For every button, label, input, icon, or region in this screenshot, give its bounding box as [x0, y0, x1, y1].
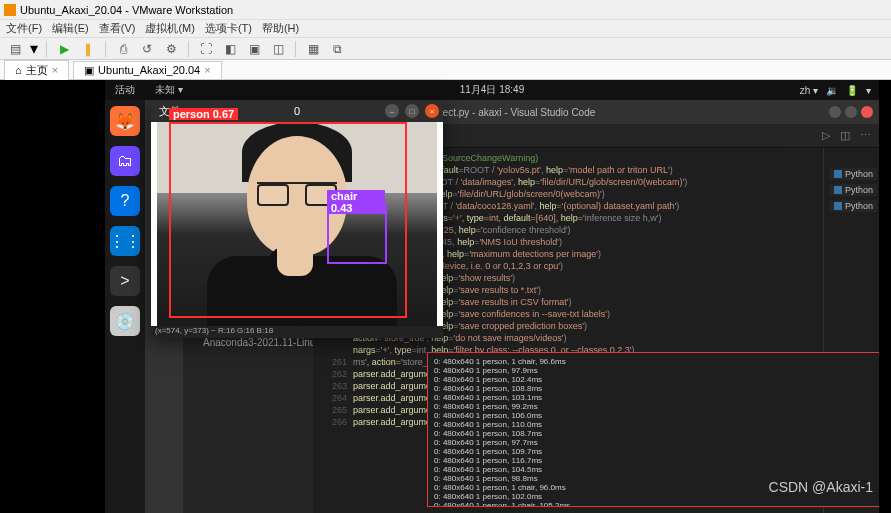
- vscode-title-text: detect.py - akaxi - Visual Studio Code: [429, 107, 596, 118]
- power-on-icon[interactable]: ▶: [55, 40, 73, 58]
- maximize-icon[interactable]: [845, 106, 857, 118]
- vmware-menubar[interactable]: 文件(F)编辑(E)查看(V)虚拟机(M)选项卡(T)帮助(H): [0, 20, 891, 38]
- split-icon[interactable]: ◫: [840, 129, 850, 142]
- close-icon[interactable]: [861, 106, 873, 118]
- ubuntu-dock: 🦊 🗂 ? ⋮⋮ > 💿: [105, 100, 145, 513]
- opencv-frame: person 0.67chair 0.43: [157, 122, 437, 326]
- outline-item[interactable]: Python: [830, 184, 877, 196]
- disk-icon[interactable]: 💿: [110, 306, 140, 336]
- minimize-icon[interactable]: [829, 106, 841, 118]
- console-icon[interactable]: ⧉: [328, 40, 346, 58]
- more-icon[interactable]: ⋯: [860, 129, 871, 142]
- vmware-tab-strip: 主页 × ▣ Ubuntu_Akaxi_20.04 ×: [0, 60, 891, 80]
- terminal-icon[interactable]: >: [110, 266, 140, 296]
- menu-item[interactable]: 选项卡(T): [205, 21, 252, 36]
- firefox-icon[interactable]: 🦊: [110, 106, 140, 136]
- ubuntu-top-bar[interactable]: 活动 未知 ▾ 11月4日 18:49 zh ▾🔉🔋▾: [105, 80, 879, 100]
- manage-icon[interactable]: ⚙: [162, 40, 180, 58]
- tab-home[interactable]: 主页 ×: [4, 60, 69, 80]
- vmware-icon: [4, 4, 16, 16]
- vmware-titlebar: Ubuntu_Akaxi_20.04 - VMware Workstation: [0, 0, 891, 20]
- menu-item[interactable]: 查看(V): [99, 21, 136, 36]
- fit-icon[interactable]: ▣: [245, 40, 263, 58]
- thumbnail-icon[interactable]: ▦: [304, 40, 322, 58]
- watermark: CSDN @Akaxi-1: [769, 479, 873, 495]
- tab-guest[interactable]: ▣ Ubuntu_Akaxi_20.04 ×: [73, 61, 222, 79]
- tray-icon[interactable]: ▾: [866, 85, 871, 96]
- cv-minimize-icon[interactable]: –: [385, 104, 399, 118]
- fullscreen-icon[interactable]: ⛶: [197, 40, 215, 58]
- opencv-window[interactable]: 文件 0 – □ × person 0.67chair 0.43 (x=574,…: [151, 100, 443, 338]
- stretch-icon[interactable]: ◫: [269, 40, 287, 58]
- library-icon[interactable]: ▤: [6, 40, 24, 58]
- tray-icon[interactable]: zh ▾: [800, 85, 818, 96]
- svg-rect-0: [4, 4, 16, 16]
- tray-icon[interactable]: 🔋: [846, 85, 858, 96]
- menu-item[interactable]: 文件(F): [6, 21, 42, 36]
- opencv-window-index: 0: [294, 105, 300, 117]
- menu-item[interactable]: 帮助(H): [262, 21, 299, 36]
- clock[interactable]: 11月4日 18:49: [460, 83, 525, 97]
- system-tray[interactable]: zh ▾🔉🔋▾: [800, 85, 879, 96]
- revert-icon[interactable]: ↺: [138, 40, 156, 58]
- activities-button[interactable]: 活动: [105, 83, 145, 97]
- tray-icon[interactable]: 🔉: [826, 85, 838, 96]
- vscode-icon[interactable]: ⋮⋮: [110, 226, 140, 256]
- cv-maximize-icon[interactable]: □: [405, 104, 419, 118]
- menu-item[interactable]: 虚拟机(M): [145, 21, 195, 36]
- help-icon[interactable]: ?: [110, 186, 140, 216]
- app-menu[interactable]: 未知 ▾: [145, 83, 193, 97]
- snapshot-icon[interactable]: ⎙: [114, 40, 132, 58]
- vmware-toolbar: ▤▾ ▶ ‖ ⎙ ↺ ⚙ ⛶ ◧ ▣ ◫ ▦ ⧉: [0, 38, 891, 60]
- vmware-title: Ubuntu_Akaxi_20.04 - VMware Workstation: [20, 4, 233, 16]
- unity-icon[interactable]: ◧: [221, 40, 239, 58]
- cv-close-icon[interactable]: ×: [425, 104, 439, 118]
- menu-item[interactable]: 编辑(E): [52, 21, 89, 36]
- opencv-statusbar: (x=574, y=373) ~ R:16 G:16 B:18: [151, 326, 443, 338]
- detection-box: chair 0.43: [327, 204, 387, 264]
- outline-item[interactable]: Python: [830, 168, 877, 180]
- suspend-icon[interactable]: ‖: [79, 40, 97, 58]
- files-icon[interactable]: 🗂: [110, 146, 140, 176]
- guest-viewport: 活动 未知 ▾ 11月4日 18:49 zh ▾🔉🔋▾ 🦊 🗂 ? ⋮⋮ > 💿…: [0, 80, 891, 513]
- run-icon[interactable]: ▷: [822, 129, 830, 142]
- outline-item[interactable]: Python: [830, 200, 877, 212]
